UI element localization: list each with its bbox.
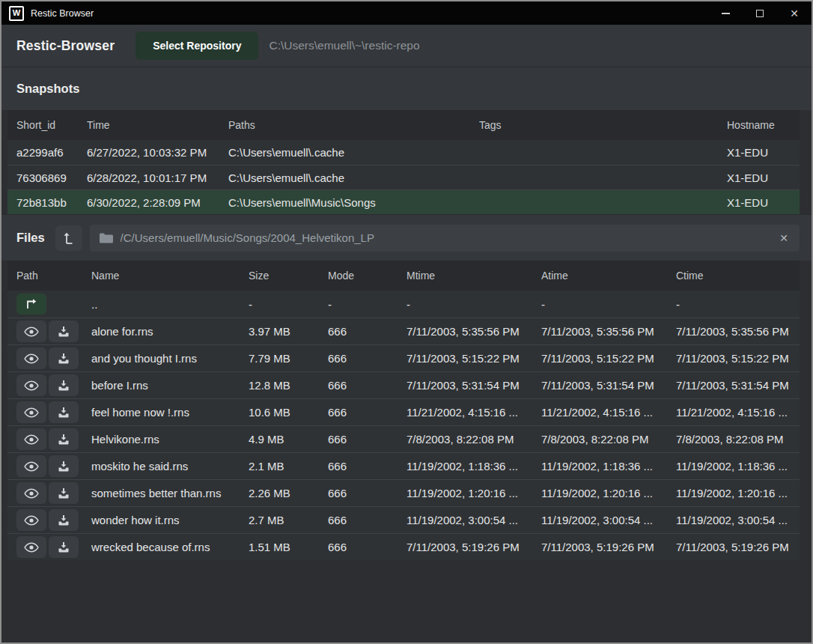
current-path-bar: ✕: [90, 225, 800, 252]
eye-icon: [24, 353, 39, 364]
snapshot-short-id: 72b813bb: [16, 196, 87, 209]
restore-file-button[interactable]: [49, 401, 79, 423]
file-atime: 11/21/2002, 4:15:16 ...: [541, 406, 676, 419]
file-mode: 666: [328, 325, 406, 338]
preview-file-button[interactable]: [16, 401, 46, 423]
snapshot-paths: C:\Users\emuell\.cache: [228, 146, 479, 159]
file-name: feel home now !.rns: [91, 406, 249, 419]
eye-icon: [24, 380, 39, 391]
file-size: 1.51 MB: [249, 541, 328, 553]
window-close-button[interactable]: ✕: [777, 1, 812, 25]
download-icon: [58, 407, 70, 419]
snapshot-time: 6/30/2022, 2:28:09 PM: [87, 196, 228, 209]
file-mtime: 7/11/2003, 5:31:54 PM: [406, 379, 541, 392]
file-atime: -: [541, 298, 676, 311]
column-header-short-id: Short_id: [16, 119, 87, 131]
window-title: Restic Browser: [31, 8, 94, 19]
maximize-icon: [756, 10, 764, 17]
file-atime: 11/19/2002, 1:18:36 ...: [541, 460, 676, 473]
window-maximize-button[interactable]: [743, 1, 777, 25]
go-parent-directory-button[interactable]: [16, 294, 46, 315]
wails-logo-icon: W: [9, 6, 24, 21]
eye-icon: [24, 461, 39, 472]
empty-area: [1, 560, 812, 643]
file-size: 7.79 MB: [249, 352, 328, 365]
file-row: before I.rns 12.8 MB 666 7/11/2003, 5:31…: [7, 371, 800, 398]
snapshot-paths: C:\Users\emuell\Music\Songs: [228, 196, 479, 209]
file-atime: 7/8/2003, 8:22:08 PM: [541, 433, 676, 446]
preview-file-button[interactable]: [16, 455, 46, 477]
enter-parent-arrow-icon: [25, 299, 38, 309]
file-ctime: 7/11/2003, 5:15:22 PM: [676, 352, 791, 365]
close-icon: ✕: [790, 7, 799, 19]
file-atime: 11/19/2002, 1:20:16 ...: [541, 487, 676, 499]
snapshot-hostname: X1-EDU: [727, 146, 791, 159]
select-repository-button[interactable]: Select Repository: [136, 31, 258, 60]
preview-file-button[interactable]: [16, 428, 46, 450]
snapshot-time: 6/28/2022, 10:01:17 PM: [87, 171, 228, 184]
preview-file-button[interactable]: [16, 374, 46, 396]
preview-file-button[interactable]: [16, 321, 46, 342]
file-size: 12.8 MB: [249, 379, 328, 392]
preview-file-button[interactable]: [16, 536, 46, 558]
column-header-path: Path: [16, 270, 91, 282]
eye-icon: [24, 434, 39, 445]
file-name: sometimes better than.rns: [91, 487, 249, 499]
restore-file-button[interactable]: [49, 455, 79, 477]
file-ctime: 11/21/2002, 4:15:16 ...: [676, 406, 791, 419]
file-ctime: 11/19/2002, 1:20:16 ...: [676, 487, 791, 499]
file-name: Helvikone.rns: [91, 433, 249, 446]
window-minimize-button[interactable]: [708, 1, 743, 25]
restore-file-button[interactable]: [49, 428, 79, 450]
snapshot-row[interactable]: 76306869 6/28/2022, 10:01:17 PM C:\Users…: [7, 165, 800, 189]
column-header-mtime: Mtime: [406, 270, 541, 282]
snapshot-row-selected[interactable]: 72b813bb 6/30/2022, 2:28:09 PM C:\Users\…: [7, 189, 800, 214]
restore-file-button[interactable]: [49, 321, 79, 342]
restore-file-button[interactable]: [49, 482, 79, 504]
download-icon: [58, 326, 70, 338]
file-ctime: 7/11/2003, 5:35:56 PM: [676, 325, 791, 338]
restore-file-button[interactable]: [49, 509, 79, 531]
eye-icon: [24, 515, 39, 526]
snapshot-hostname: X1-EDU: [727, 171, 791, 184]
files-table: Path Name Size Mode Mtime Atime Ctime ..…: [7, 261, 800, 560]
download-icon: [58, 461, 70, 473]
file-mode: 666: [328, 541, 406, 553]
file-atime: 7/11/2003, 5:19:26 PM: [541, 541, 676, 553]
app-header: Restic-Browser Select Repository C:\User…: [1, 25, 812, 67]
file-atime: 7/11/2003, 5:35:56 PM: [541, 325, 676, 338]
file-mode: 666: [328, 460, 406, 473]
file-size: 2.7 MB: [249, 514, 328, 526]
file-size: 10.6 MB: [249, 406, 328, 419]
file-row: wrecked because of.rns 1.51 MB 666 7/11/…: [7, 533, 800, 560]
download-icon: [58, 514, 70, 526]
preview-file-button[interactable]: [16, 509, 46, 531]
snapshot-short-id: 76306869: [16, 171, 87, 184]
file-name: wrecked because of.rns: [91, 541, 249, 553]
snapshots-table: Short_id Time Paths Tags Hostname a2299a…: [7, 110, 800, 214]
files-section-header: Files ✕: [1, 214, 812, 261]
file-mtime: 11/21/2002, 4:15:16 ...: [406, 406, 541, 419]
app-window: W Restic Browser ✕ Restic-Browser Select…: [0, 0, 813, 644]
file-atime: 11/19/2002, 3:00:54 ...: [541, 514, 676, 526]
file-name: before I.rns: [91, 379, 249, 392]
snapshot-row[interactable]: a2299af6 6/27/2022, 10:03:32 PM C:\Users…: [7, 140, 800, 165]
restore-file-button[interactable]: [49, 374, 79, 396]
file-name: wonder how it.rns: [91, 514, 249, 526]
preview-file-button[interactable]: [16, 482, 46, 504]
download-icon: [58, 434, 70, 446]
file-ctime: -: [676, 298, 791, 311]
download-icon: [58, 541, 70, 553]
preview-file-button[interactable]: [16, 347, 46, 369]
file-ctime: 7/8/2003, 8:22:08 PM: [676, 433, 791, 446]
restore-file-button[interactable]: [49, 347, 79, 369]
path-input[interactable]: [121, 231, 771, 244]
file-name: moskito he said.rns: [91, 460, 249, 473]
go-to-root-button[interactable]: [55, 225, 82, 251]
restore-file-button[interactable]: [49, 536, 79, 558]
clear-path-button[interactable]: ✕: [778, 232, 790, 244]
app-name: Restic-Browser: [16, 38, 115, 54]
file-ctime: 11/19/2002, 1:18:36 ...: [676, 460, 791, 473]
file-name: and you thought I.rns: [91, 352, 249, 365]
repository-path: C:\Users\emuell\~\restic-repo: [269, 39, 419, 52]
